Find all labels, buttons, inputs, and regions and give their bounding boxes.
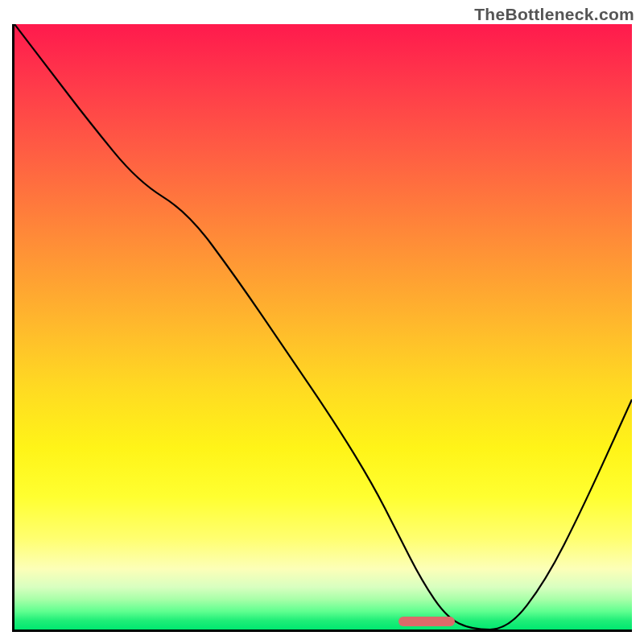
chart-plot-area (12, 24, 632, 632)
bottleneck-curve (14, 24, 632, 630)
site-watermark: TheBottleneck.com (474, 5, 634, 24)
optimum-range-marker (398, 617, 454, 626)
